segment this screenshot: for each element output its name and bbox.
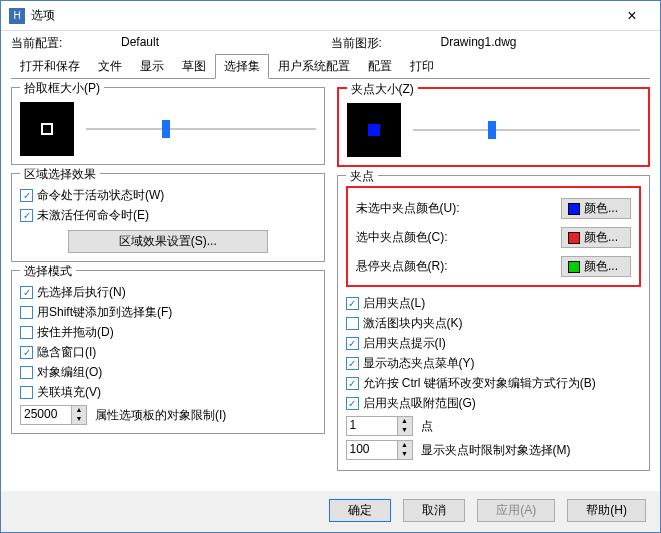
current-config-label: 当前配置: <box>11 35 121 52</box>
unsel-grip-color-label: 未选中夹点颜色(U): <box>356 200 554 217</box>
select-mode-title: 选择模式 <box>20 263 76 280</box>
prop-limit-label: 属性选项板的对象限制(I) <box>95 407 226 424</box>
chk-enable-grips[interactable] <box>346 297 359 310</box>
spin-down-icon[interactable]: ▼ <box>398 426 412 435</box>
sel-grip-color-button[interactable]: 颜色... <box>561 227 631 248</box>
area-select-title: 区域选择效果 <box>20 166 100 183</box>
spin-up-icon[interactable]: ▲ <box>72 406 86 415</box>
window-title: 选项 <box>31 7 612 24</box>
cancel-button[interactable]: 取消 <box>403 499 465 522</box>
chk-no-cmd-label: 未激活任何命令时(E) <box>37 207 149 224</box>
current-drawing-label: 当前图形: <box>331 35 441 52</box>
chk-ctrl-cycle[interactable] <box>346 377 359 390</box>
chk-cmd-active-label: 命令处于活动状态时(W) <box>37 187 164 204</box>
area-select-group: 区域选择效果 命令处于活动状态时(W) 未激活任何命令时(E) 区域效果设置(S… <box>11 173 325 262</box>
slider-thumb[interactable] <box>488 121 496 139</box>
grip-size-group: 夹点大小(Z) <box>337 87 651 167</box>
ok-button[interactable]: 确定 <box>329 499 391 522</box>
spin-up-icon[interactable]: ▲ <box>398 441 412 450</box>
select-mode-group: 选择模式 先选择后执行(N) 用Shift键添加到选择集(F) 按住并拖动(D)… <box>11 270 325 434</box>
chk-grips-in-block[interactable] <box>346 317 359 330</box>
tab-profiles[interactable]: 配置 <box>359 54 401 79</box>
pickbox-size-title: 拾取框大小(P) <box>20 80 104 97</box>
spin-up-icon[interactable]: ▲ <box>398 417 412 426</box>
chk-implied-win[interactable] <box>20 346 33 359</box>
chk-cmd-active[interactable] <box>20 189 33 202</box>
chk-press-drag[interactable] <box>20 326 33 339</box>
grip-title: 夹点 <box>346 168 378 185</box>
grip-limit-input[interactable]: 100 ▲▼ <box>346 440 413 460</box>
slider-thumb[interactable] <box>162 120 170 138</box>
tab-print[interactable]: 打印 <box>401 54 443 79</box>
grip-point-input[interactable]: 1 ▲▼ <box>346 416 413 436</box>
tab-draft[interactable]: 草图 <box>173 54 215 79</box>
chk-dyn-grip-menu[interactable] <box>346 357 359 370</box>
chk-obj-group[interactable] <box>20 366 33 379</box>
chk-pre-exec[interactable] <box>20 286 33 299</box>
tab-files[interactable]: 文件 <box>89 54 131 79</box>
pickbox-size-group: 拾取框大小(P) <box>11 87 325 165</box>
hover-grip-color-button[interactable]: 颜色... <box>561 256 631 277</box>
prop-limit-input[interactable]: 25000 ▲▼ <box>20 405 87 425</box>
apply-button[interactable]: 应用(A) <box>477 499 555 522</box>
close-icon[interactable]: × <box>612 7 652 25</box>
grip-size-slider[interactable] <box>413 121 641 139</box>
grip-preview <box>347 103 401 157</box>
grip-group: 夹点 未选中夹点颜色(U): 颜色... 选中夹点颜色(C): 颜色... 悬停… <box>337 175 651 471</box>
pickbox-preview <box>20 102 74 156</box>
unsel-grip-color-button[interactable]: 颜色... <box>561 198 631 219</box>
chk-grip-tips[interactable] <box>346 337 359 350</box>
current-drawing-value: Drawing1.dwg <box>441 35 651 52</box>
app-icon: H <box>9 8 25 24</box>
chk-shift-add[interactable] <box>20 306 33 319</box>
tab-selection[interactable]: 选择集 <box>215 54 269 79</box>
grip-point-label: 点 <box>421 418 433 435</box>
help-button[interactable]: 帮助(H) <box>567 499 646 522</box>
area-settings-button[interactable]: 区域效果设置(S)... <box>68 230 268 253</box>
hover-grip-color-label: 悬停夹点颜色(R): <box>356 258 554 275</box>
grip-size-title: 夹点大小(Z) <box>347 81 418 98</box>
current-config-value: Default <box>121 35 331 52</box>
spin-down-icon[interactable]: ▼ <box>72 415 86 424</box>
tab-user-pref[interactable]: 用户系统配置 <box>269 54 359 79</box>
sel-grip-color-label: 选中夹点颜色(C): <box>356 229 554 246</box>
chk-assoc-fill[interactable] <box>20 386 33 399</box>
spin-down-icon[interactable]: ▼ <box>398 450 412 459</box>
chk-no-cmd[interactable] <box>20 209 33 222</box>
tab-display[interactable]: 显示 <box>131 54 173 79</box>
pickbox-size-slider[interactable] <box>86 120 316 138</box>
tab-open-save[interactable]: 打开和保存 <box>11 54 89 79</box>
grip-limit-label: 显示夹点时限制对象选择(M) <box>421 442 571 459</box>
chk-grip-snap-range[interactable] <box>346 397 359 410</box>
